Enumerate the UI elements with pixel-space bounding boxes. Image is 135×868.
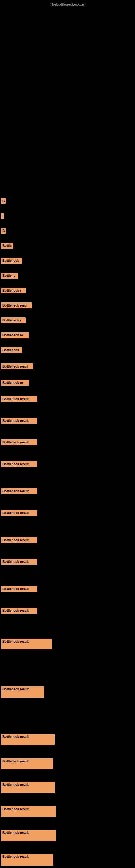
bottleneck-result-item[interactable]: Bottleneck result bbox=[1, 830, 56, 841]
bottleneck-result-item[interactable]: Bottleneck result bbox=[1, 488, 37, 494]
bottleneck-result-item[interactable]: Bottleneck r bbox=[1, 317, 26, 323]
bottleneck-result-item[interactable]: Bottleneck result bbox=[1, 854, 53, 866]
bottleneck-result-item[interactable]: Bottleneck result bbox=[1, 510, 37, 516]
bottleneck-result-item[interactable]: | bbox=[1, 213, 4, 219]
bottleneck-result-item[interactable]: B bbox=[1, 228, 6, 234]
bottleneck-result-item[interactable]: Bottleneck result bbox=[1, 559, 37, 565]
bottleneck-result-item[interactable]: Bottleneck result bbox=[1, 461, 37, 467]
bottleneck-result-item[interactable]: Bottleneck r bbox=[1, 287, 26, 293]
site-title: TheBottlenecker.com bbox=[50, 2, 85, 6]
bottleneck-result-item[interactable]: Bottleneck result bbox=[1, 758, 53, 769]
bottleneck-result-item[interactable]: Bottleneck result bbox=[1, 734, 54, 745]
bottleneck-result-item[interactable]: Bottleneck bbox=[1, 258, 22, 264]
bottleneck-result-item[interactable]: B bbox=[1, 198, 6, 204]
bottleneck-result-item[interactable]: Bottleneck result bbox=[1, 418, 37, 424]
bottleneck-result-item[interactable]: Bottleneck result bbox=[1, 586, 37, 592]
bottleneck-result-item[interactable]: Bottleneck result bbox=[1, 608, 37, 614]
bottleneck-result-item[interactable]: Bottleneck resul bbox=[1, 364, 33, 369]
bottleneck-result-item[interactable]: Bottleneck result bbox=[1, 537, 37, 543]
bottleneck-result-item[interactable]: Bottleneck result bbox=[1, 396, 37, 402]
bottleneck-result-item[interactable]: Bottlene bbox=[1, 273, 18, 279]
bottleneck-result-item[interactable]: Bottleneck bbox=[1, 347, 22, 353]
bottleneck-result-item[interactable]: Bottleneck result bbox=[1, 686, 44, 698]
bottleneck-result-item[interactable]: Bottleneck re bbox=[1, 332, 29, 338]
bottleneck-result-item[interactable]: Bottleneck re bbox=[1, 380, 29, 386]
bottleneck-result-item[interactable]: Bottleneck result bbox=[1, 639, 52, 649]
bottleneck-result-item[interactable]: Bottleneck result bbox=[1, 806, 56, 817]
bottleneck-result-item[interactable]: Bottleneck resu bbox=[1, 303, 32, 308]
bottleneck-result-item[interactable]: Bottleneck result bbox=[1, 782, 55, 793]
bottleneck-result-item[interactable]: Bottle bbox=[1, 243, 13, 249]
bottleneck-result-item[interactable]: Bottleneck result bbox=[1, 439, 37, 445]
